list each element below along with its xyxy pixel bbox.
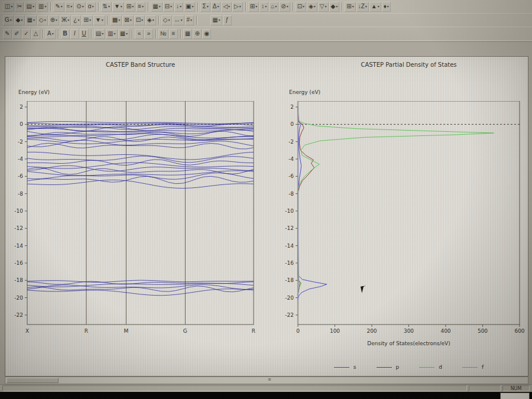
dropdown-arrow-icon: ▾ bbox=[192, 5, 193, 8]
toolbar-button[interactable]: A▾ bbox=[46, 29, 56, 39]
toolbar-button[interactable]: ≡ bbox=[169, 29, 178, 39]
toolbar-icon: ◇ bbox=[163, 17, 168, 23]
horizontal-scrollbar[interactable]: ≡ bbox=[5, 377, 528, 384]
toolbar-button[interactable]: ▲▾ bbox=[369, 2, 381, 12]
toolbar-button[interactable]: ◇▾ bbox=[161, 15, 172, 25]
toolbar-button[interactable]: ▽▾ bbox=[318, 2, 329, 12]
toolbar-button[interactable]: ⌂▾ bbox=[269, 2, 278, 12]
toolbar-button[interactable]: ≡▾ bbox=[136, 2, 145, 12]
dos-energy-axis-label: Energy (eV) bbox=[289, 89, 320, 95]
dropdown-arrow-icon: ▾ bbox=[207, 5, 209, 8]
band-x-tick-label: X bbox=[25, 328, 29, 334]
toolbar-icon: ♦ bbox=[384, 4, 387, 9]
dropdown-arrow-icon: ▾ bbox=[168, 18, 170, 22]
scrollbar-thumb[interactable] bbox=[7, 378, 59, 383]
toolbar-button[interactable]: ⊙▾ bbox=[74, 2, 85, 12]
toolbar-button[interactable]: ▦▾ bbox=[151, 2, 162, 12]
toolbar-button[interactable]: ↕▾ bbox=[259, 2, 268, 12]
toolbar-icon: ¿ bbox=[73, 17, 77, 23]
toolbar-button[interactable]: ⊕ bbox=[193, 29, 202, 39]
toolbar-button[interactable]: Δ▾ bbox=[211, 2, 221, 12]
toolbar-button[interactable]: ≈▾ bbox=[65, 2, 74, 12]
toolbar-button[interactable]: ↓▾ bbox=[174, 2, 183, 12]
toolbar-icon: ✎ bbox=[5, 31, 9, 37]
toolbar-button[interactable]: ▤▾ bbox=[24, 2, 35, 12]
toolbar-button[interactable]: ▥▾ bbox=[37, 2, 48, 12]
toolbar-button[interactable]: ◁▾ bbox=[221, 2, 232, 12]
toolbar-button[interactable]: № bbox=[158, 29, 168, 39]
toolbar-button[interactable]: ◆▾ bbox=[14, 15, 25, 25]
toolbar-button[interactable]: ⊟▾ bbox=[163, 2, 174, 12]
toolbar-button[interactable]: ✎ bbox=[3, 29, 12, 39]
toolbar-icon: ◈ bbox=[147, 17, 152, 23]
toolbar-button[interactable]: ⊠▾ bbox=[122, 15, 133, 25]
toolbar-button[interactable]: ▦▾ bbox=[25, 15, 37, 25]
toolbar-button[interactable]: ▤▾ bbox=[94, 29, 105, 39]
toolbar-separator bbox=[155, 30, 156, 38]
toolbar-button[interactable]: » bbox=[144, 29, 153, 39]
toolbar-button[interactable]: ⊡▾ bbox=[296, 2, 306, 12]
toolbar-button[interactable]: ▼▾ bbox=[93, 15, 105, 25]
toolbar-button[interactable]: △ bbox=[31, 29, 40, 39]
toolbar-button[interactable]: ▦▾ bbox=[210, 15, 222, 25]
toolbar-button[interactable]: ↓Z▾ bbox=[356, 2, 369, 12]
toolbar-button[interactable]: ▼▾ bbox=[112, 2, 124, 12]
toolbar-button[interactable]: ⊞▾ bbox=[125, 2, 135, 12]
toolbar-separator bbox=[293, 2, 293, 11]
toolbar-button[interactable]: Ж▾ bbox=[60, 15, 71, 25]
band-x-tick-label: R bbox=[252, 328, 255, 334]
toolbar-separator bbox=[132, 30, 132, 38]
svg-text:-16: -16 bbox=[285, 260, 294, 266]
toolbar-icon: ↓ bbox=[176, 4, 179, 9]
toolbar-button[interactable]: ▦▾ bbox=[118, 29, 129, 39]
toolbar-icon: ▼ bbox=[95, 17, 101, 23]
toolbar-button[interactable]: ◆▾ bbox=[329, 2, 340, 12]
svg-text:-2: -2 bbox=[18, 139, 23, 145]
toolbar-button[interactable]: α▾ bbox=[86, 2, 96, 12]
toolbar-button[interactable]: Σ▾ bbox=[200, 2, 210, 12]
svg-text:2: 2 bbox=[20, 104, 23, 110]
toolbar-button[interactable]: ◉ bbox=[202, 29, 211, 39]
svg-text:0: 0 bbox=[20, 121, 23, 127]
toolbar-icon: ✓ bbox=[24, 31, 28, 37]
toolbar-button[interactable]: ✐ bbox=[12, 29, 21, 39]
toolbar-button[interactable]: G▾ bbox=[3, 15, 14, 25]
toolbar-button[interactable]: ◇▾ bbox=[37, 15, 48, 25]
toolbar-button[interactable]: ▩▾ bbox=[111, 15, 122, 25]
toolbar-button[interactable]: ⇅▾ bbox=[101, 2, 112, 12]
toolbar-button[interactable]: ⊞▾ bbox=[248, 2, 259, 12]
toolbar-icon: ⊙ bbox=[76, 4, 81, 9]
scrollbar-splitter-icon[interactable]: ≡ bbox=[265, 377, 274, 382]
toolbar-button[interactable]: ↔▾ bbox=[173, 15, 184, 25]
toolbar-button[interactable]: ⊡▾ bbox=[134, 15, 145, 25]
dropdown-arrow-icon: ▾ bbox=[141, 18, 143, 22]
dropdown-arrow-icon: ▾ bbox=[33, 18, 35, 22]
toolbar-button[interactable]: ◈▾ bbox=[145, 15, 156, 25]
toolbar-button[interactable]: ⊕▾ bbox=[48, 15, 59, 25]
toolbar-button[interactable]: ⊞▾ bbox=[82, 15, 92, 25]
toolbar-button[interactable]: ¿▾ bbox=[72, 15, 81, 25]
toolbar-button[interactable]: ♦▾ bbox=[382, 2, 391, 12]
dropdown-arrow-icon: ▾ bbox=[336, 5, 338, 8]
toolbar-button[interactable]: « bbox=[135, 29, 144, 39]
toolbar-button[interactable]: ✎▾ bbox=[53, 2, 64, 12]
toolbar-button[interactable]: ⊘▾ bbox=[279, 2, 290, 12]
toolbar-button[interactable]: ƒ bbox=[223, 15, 232, 25]
toolbar-icon: ▥ bbox=[38, 4, 44, 9]
toolbar-button[interactable]: ✂ bbox=[15, 2, 24, 12]
toolbar-button[interactable]: ◈▾ bbox=[307, 2, 317, 12]
toolbar-button[interactable]: ◫▾ bbox=[3, 2, 14, 12]
toolbar-button[interactable]: ▥▾ bbox=[106, 29, 117, 39]
dropdown-arrow-icon: ▾ bbox=[314, 5, 316, 8]
toolbar-separator bbox=[196, 16, 197, 25]
toolbar-button[interactable]: ▦ bbox=[183, 29, 192, 39]
toolbar-button[interactable]: ▷▾ bbox=[232, 2, 243, 12]
toolbar-button[interactable]: #▾ bbox=[185, 15, 194, 25]
svg-text:-18: -18 bbox=[14, 277, 23, 283]
toolbar-button[interactable]: ✓ bbox=[22, 29, 31, 39]
toolbar-button[interactable]: B bbox=[61, 29, 70, 39]
toolbar-button[interactable]: I bbox=[70, 29, 79, 39]
toolbar-button[interactable]: ▣▾ bbox=[184, 2, 195, 12]
toolbar-button[interactable]: U bbox=[80, 29, 89, 39]
toolbar-button[interactable]: ⊞▾ bbox=[345, 2, 355, 12]
